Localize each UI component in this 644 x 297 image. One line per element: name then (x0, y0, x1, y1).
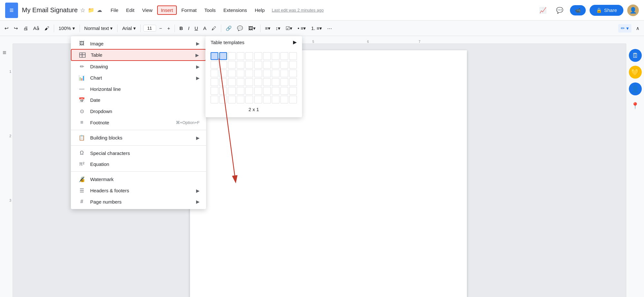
grid-cell[interactable] (237, 78, 244, 86)
menu-help[interactable]: Help (251, 6, 268, 14)
font-size-increase[interactable]: + (165, 24, 172, 32)
grid-cell[interactable] (280, 87, 288, 95)
zoom-button[interactable]: 100% ▾ (57, 24, 77, 33)
menu-extensions[interactable]: Extensions (220, 6, 250, 14)
spell-check-button[interactable]: Aǎ (31, 24, 41, 33)
font-family-button[interactable]: Arial ▾ (120, 24, 137, 33)
menu-item-headers-footers[interactable]: ☰ Headers & footers ▶ (71, 185, 206, 196)
checklist-button[interactable]: ☑▾ (284, 24, 294, 33)
grid-cell[interactable] (280, 70, 288, 77)
menu-item-building-blocks[interactable]: 📋 Building blocks ▶ (71, 132, 206, 143)
grid-cell[interactable] (280, 61, 288, 69)
edit-mode-button[interactable]: ✏ ▾ (618, 24, 631, 33)
grid-cell[interactable] (228, 70, 236, 77)
comment-button[interactable]: 💬 (235, 24, 245, 33)
grid-cell[interactable] (263, 87, 271, 95)
normal-text-button[interactable]: Normal text ▾ (82, 24, 115, 33)
grid-cell[interactable] (289, 78, 297, 86)
grid-cell[interactable] (228, 61, 236, 69)
grid-cell[interactable] (254, 52, 262, 60)
grid-cell[interactable] (280, 78, 288, 86)
menu-item-watermark[interactable]: 🔏 Watermark (71, 174, 206, 185)
grid-cell[interactable] (272, 87, 279, 95)
grid-cell[interactable] (254, 87, 262, 95)
bold-button[interactable]: B (177, 24, 185, 32)
menu-item-page-numbers[interactable]: # Page numbers ▶ (71, 196, 206, 207)
calendar-icon[interactable]: 🗓 (629, 49, 642, 62)
grid-cell[interactable] (245, 96, 253, 103)
grid-cell[interactable] (272, 61, 279, 69)
link-button[interactable]: 🔗 (224, 24, 234, 33)
more-options-button[interactable]: ⋯ (325, 24, 334, 33)
grid-cell[interactable] (228, 96, 236, 103)
menu-item-chart[interactable]: 📊 Chart ▶ (71, 72, 206, 83)
menu-item-equation[interactable]: π² Equation (71, 158, 206, 169)
grid-cell[interactable] (263, 61, 271, 69)
redo-button[interactable]: ↪ (12, 24, 20, 33)
grid-cell[interactable] (289, 61, 297, 69)
sidebar-toggle-icon[interactable]: ≡ (3, 49, 6, 56)
grid-cell[interactable] (245, 78, 253, 86)
grid-cell[interactable] (228, 87, 236, 95)
contacts-icon[interactable]: 👤 (629, 82, 642, 95)
grid-cell[interactable] (237, 70, 244, 77)
highlight-button[interactable]: 🖊 (210, 24, 218, 32)
grid-cell[interactable] (263, 78, 271, 86)
grid-cell[interactable] (280, 96, 288, 103)
grid-cell[interactable] (289, 52, 297, 60)
grid-cell[interactable] (228, 52, 236, 60)
italic-button[interactable]: I (186, 24, 191, 32)
table-templates-row[interactable]: Table templates ▶ (205, 36, 302, 48)
grid-cell[interactable] (254, 70, 262, 77)
share-button[interactable]: 🔒 Share (590, 5, 623, 16)
grid-cell[interactable] (219, 96, 227, 103)
grid-cell[interactable] (219, 61, 227, 69)
menu-format[interactable]: Format (178, 6, 200, 14)
grid-cell[interactable] (263, 52, 271, 60)
grid-cell[interactable] (211, 61, 218, 69)
grid-cell[interactable] (280, 52, 288, 60)
grid-cell[interactable] (272, 78, 279, 86)
grid-cell[interactable] (237, 52, 244, 60)
user-avatar[interactable]: 👤 (627, 5, 639, 16)
menu-item-horizontal-line[interactable]: — Horizontal line (71, 83, 206, 94)
star-icon[interactable]: ☆ (80, 7, 85, 14)
grid-cell[interactable] (272, 70, 279, 77)
menu-item-table[interactable]: Table ▶ (71, 49, 206, 61)
meet-button[interactable]: 📹 (570, 5, 586, 15)
grid-cell[interactable] (254, 78, 262, 86)
font-size-input[interactable] (143, 25, 156, 32)
text-color-button[interactable]: A (201, 24, 208, 32)
grid-cell[interactable] (211, 70, 218, 77)
grid-cell[interactable] (245, 70, 253, 77)
menu-item-image[interactable]: 🖼 Image ▶ (71, 38, 206, 49)
menu-item-special-chars[interactable]: Ω Special characters (71, 148, 206, 158)
paint-format-button[interactable]: 🖌 (43, 24, 51, 32)
collapse-toolbar-button[interactable]: ∧ (634, 24, 641, 33)
bullet-list-button[interactable]: • ≡▾ (296, 24, 308, 33)
grid-cell[interactable] (254, 61, 262, 69)
grid-cell[interactable] (219, 78, 227, 86)
grid-cell[interactable] (219, 52, 227, 60)
grid-cell[interactable] (237, 87, 244, 95)
folder-icon[interactable]: 📁 (88, 7, 94, 13)
menu-tools[interactable]: Tools (201, 6, 219, 14)
align-button[interactable]: ≡▾ (263, 24, 272, 33)
grid-cell[interactable] (254, 96, 262, 103)
print-button[interactable]: 🖨 (21, 24, 30, 32)
chat-icon[interactable]: 💬 (553, 4, 566, 17)
menu-item-dropdown[interactable]: ⊙ Dropdown (71, 106, 206, 117)
grid-cell[interactable] (289, 96, 297, 103)
grid-cell[interactable] (272, 96, 279, 103)
grid-cell[interactable] (237, 96, 244, 103)
grid-cell[interactable] (272, 52, 279, 60)
underline-button[interactable]: U (193, 24, 200, 32)
grid-cell[interactable] (211, 96, 218, 103)
grid-cell[interactable] (245, 61, 253, 69)
line-spacing-button[interactable]: ↕▾ (274, 24, 283, 33)
grid-cell[interactable] (245, 52, 253, 60)
grid-cell[interactable] (263, 96, 271, 103)
cloud-icon[interactable]: ☁ (97, 7, 102, 13)
maps-icon[interactable]: 📍 (629, 99, 642, 112)
grid-cell[interactable] (211, 87, 218, 95)
